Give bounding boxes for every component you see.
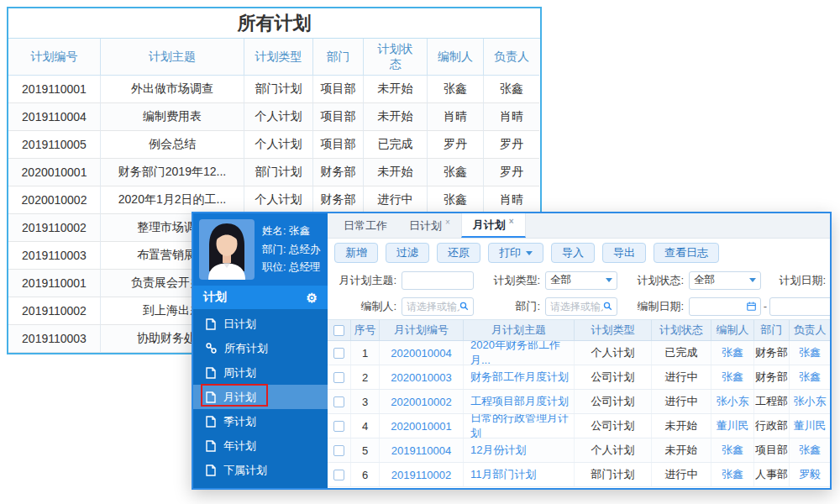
cell-creator-link[interactable]: 董川民 (711, 414, 754, 438)
cell-creator-link[interactable]: 张鑫 (711, 438, 754, 462)
cell-subject-link[interactable]: 12月份计划 (464, 438, 575, 462)
header-cell: 计划类型 (244, 39, 313, 76)
file-icon (206, 465, 216, 476)
cell-creator-link[interactable]: 张鑫 (711, 341, 754, 365)
row-checkbox[interactable] (333, 372, 344, 383)
cell-type: 个人计划 (575, 438, 652, 462)
row-checkbox[interactable] (333, 348, 344, 359)
cell-subject-link[interactable]: 日常的行政管理月计划 (464, 414, 575, 438)
cell-owner-link[interactable]: 张小东 (790, 390, 830, 413)
reset-button[interactable]: 还原 (437, 243, 480, 263)
cell-plan-id: 2019110005 (8, 131, 101, 159)
header-cell: 计划主题 (101, 39, 244, 76)
cell-creator: 肖晴 (428, 103, 484, 131)
sidebar-item-weekly-plan[interactable]: 周计划 (193, 360, 328, 385)
cell-plan-id-link[interactable]: 2020010002 (380, 390, 464, 413)
tab-monthly-plan[interactable]: 月计划 × (461, 213, 526, 238)
gear-icon[interactable]: ⚙ (307, 291, 318, 304)
search-icon[interactable] (459, 301, 469, 312)
cell-owner-link[interactable]: 董川民 (790, 414, 830, 438)
creator-input-field[interactable] (407, 301, 459, 312)
select-all-checkbox[interactable] (333, 325, 344, 336)
sidebar-item-all-plans[interactable]: 所有计划 (193, 336, 328, 360)
cell-creator-link[interactable]: 张鑫 (711, 463, 754, 486)
cell-owner-link[interactable]: 张鑫 (790, 438, 830, 462)
filter-button[interactable]: 过滤 (386, 243, 429, 263)
tab-daily-work[interactable]: 日常工作 (333, 213, 398, 238)
cell-plan-id: 2019110003 (8, 242, 101, 270)
cell-subject: 2020年1月2日的工... (101, 186, 244, 214)
sidebar-item-quarterly-plan[interactable]: 季计划 (193, 409, 328, 433)
cell-plan-id: 2019110002 (8, 214, 101, 242)
cell-subject-link[interactable]: 工程项目部月度计划 (464, 390, 575, 413)
create-date-start-field[interactable] (694, 301, 747, 312)
cell-dept: 行政部 (754, 414, 790, 438)
close-icon[interactable]: × (445, 218, 450, 227)
profile-name: 姓名: 张鑫 (262, 224, 320, 239)
sidebar-item-monthly-plan[interactable]: 月计划 (193, 385, 328, 409)
dept-filter-input[interactable] (545, 297, 617, 316)
table-row: 4 2020010001 日常的行政管理月计划 公司计划 未开始 董川民 行政部… (328, 414, 830, 438)
status-filter-select[interactable]: 全部 (689, 271, 761, 290)
close-icon[interactable]: × (509, 217, 514, 226)
link-icon (206, 343, 217, 354)
create-date-end-field[interactable] (774, 301, 830, 312)
type-filter-select[interactable]: 全部 (545, 271, 617, 290)
print-button[interactable]: 打印 (488, 243, 543, 263)
cell-status: 未开始 (652, 414, 711, 438)
create-date-start-input[interactable] (689, 297, 761, 316)
cell-type: 公司计划 (575, 414, 652, 438)
add-button[interactable]: 新增 (334, 243, 378, 263)
row-checkbox[interactable] (333, 421, 344, 432)
sidebar-item-subordinate-plan[interactable]: 下属计划 (193, 458, 328, 482)
cell-plan-id-link[interactable]: 2020010003 (380, 365, 464, 389)
cell-type: 个人计划 (244, 131, 313, 159)
cell-plan-id-link[interactable]: 2019110002 (380, 463, 464, 486)
cell-subject-link[interactable]: 11月部门计划 (464, 463, 575, 486)
sidebar-item-label: 周计划 (223, 365, 256, 381)
subject-filter-label: 月计划主题: (328, 273, 402, 288)
cell-owner-link[interactable]: 罗毅 (790, 463, 830, 486)
sidebar-item-daily-plan[interactable]: 日计划 (193, 312, 328, 336)
tab-label: 日常工作 (344, 218, 387, 234)
header-cell: 编制人 (711, 320, 754, 340)
cell-owner-link[interactable]: 张鑫 (790, 341, 830, 365)
import-button[interactable]: 导入 (551, 243, 595, 263)
sidebar-item-label: 日计划 (223, 317, 256, 332)
page-title: 所有计划 (8, 8, 540, 39)
checkbox-cell (328, 341, 351, 365)
cell-plan-id-link[interactable]: 2019110004 (380, 438, 464, 462)
cell-creator-link[interactable]: 张鑫 (711, 365, 754, 389)
sidebar-item-yearly-plan[interactable]: 年计划 (193, 433, 328, 458)
cell-owner: 肖晴 (484, 103, 539, 131)
cell-index: 2 (351, 365, 380, 389)
row-checkbox[interactable] (333, 470, 344, 480)
cell-owner-link[interactable]: 张鑫 (790, 365, 830, 389)
cell-subject-link[interactable]: 财务部工作月度计划 (464, 365, 575, 389)
cell-creator-link[interactable]: 张小东 (711, 390, 754, 413)
dept-filter-label: 部门: (491, 299, 545, 314)
cell-plan-id-link[interactable]: 2020010004 (380, 341, 464, 365)
creator-filter-input[interactable] (402, 297, 474, 316)
subject-input-field[interactable] (407, 275, 469, 286)
row-checkbox[interactable] (333, 445, 344, 456)
cell-plan-id: 2019110004 (8, 103, 101, 131)
create-date-end-input[interactable] (769, 297, 830, 316)
export-button[interactable]: 导出 (602, 243, 646, 263)
tab-daily-plan[interactable]: 日计划 × (398, 213, 461, 238)
header-cell: 编制人 (428, 39, 484, 76)
calendar-icon[interactable] (747, 301, 756, 312)
row-checkbox[interactable] (333, 396, 344, 407)
cell-status: 未开始 (364, 76, 428, 103)
search-icon[interactable] (603, 301, 612, 312)
monthly-table-header: 序号 月计划编号 月计划主题 计划类型 计划状态 编制人 部门 负责人 (328, 319, 830, 341)
subject-filter-input[interactable] (402, 271, 474, 290)
cell-subject-link[interactable]: 2020年财务部工作月... (464, 341, 575, 365)
cell-plan-id-link[interactable]: 2020010001 (380, 414, 464, 438)
avatar (199, 219, 255, 280)
checkbox-cell (328, 390, 351, 413)
cell-type: 个人计划 (244, 103, 313, 131)
dept-input-field[interactable] (550, 301, 603, 312)
view-log-button[interactable]: 查看日志 (654, 243, 719, 263)
header-cell: 月计划主题 (464, 320, 575, 340)
